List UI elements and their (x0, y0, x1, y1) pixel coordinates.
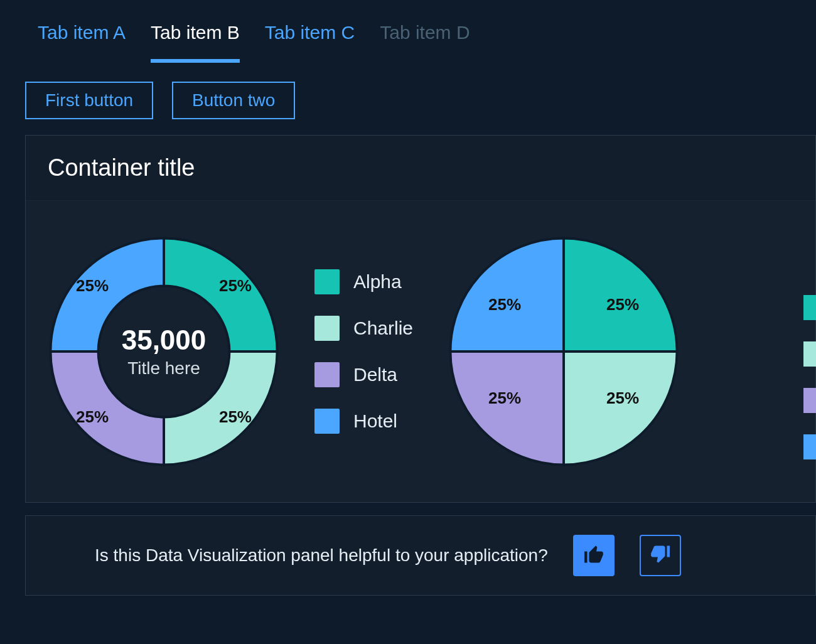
feedback-prompt: Is this Data Visualization panel helpful… (51, 545, 548, 566)
swatch-icon (314, 316, 340, 341)
donut-label-delta: 25% (76, 407, 109, 427)
legend-label: Hotel (353, 411, 397, 432)
tab-item-a[interactable]: Tab item A (38, 16, 126, 63)
legend-item-hotel[interactable]: Hotel (314, 409, 413, 434)
pie-label-alpha: 25% (606, 295, 639, 314)
swatch-icon (314, 362, 340, 387)
tab-item-d: Tab item D (380, 16, 470, 63)
swatch-icon (803, 388, 816, 413)
button-row: First button Button two (0, 63, 816, 135)
swatch-icon (803, 434, 816, 459)
thumbs-up-icon (582, 543, 605, 568)
tab-list: Tab item A Tab item B Tab item C Tab ite… (0, 0, 816, 63)
legend-item-charlie[interactable]: Charlie (314, 316, 413, 341)
thumbs-down-icon (649, 543, 672, 568)
thumbs-down-button[interactable] (640, 535, 681, 576)
donut-chart: 35,000 Title here 25% 25% 25% 25% (45, 232, 283, 471)
first-button[interactable]: First button (25, 82, 153, 119)
pie-label-delta: 25% (488, 389, 521, 408)
donut-label-hotel: 25% (76, 276, 109, 296)
swatch-icon (803, 341, 816, 367)
donut-label-alpha: 25% (219, 276, 252, 296)
container-title: Container title (26, 136, 815, 201)
donut-label-charlie: 25% (219, 407, 252, 427)
pie-chart: 25% 25% 25% 25% (444, 232, 683, 471)
swatch-icon (314, 269, 340, 294)
legend-label: Charlie (353, 318, 413, 339)
charts-row: 35,000 Title here 25% 25% 25% 25% Alpha … (26, 201, 815, 502)
legend-label: Alpha (353, 271, 402, 292)
chart-legend-2-partial (803, 295, 816, 459)
tab-item-c[interactable]: Tab item C (265, 16, 355, 63)
tab-item-b[interactable]: Tab item B (151, 16, 240, 63)
legend-item-alpha[interactable]: Alpha (314, 269, 413, 294)
legend-label: Delta (353, 364, 397, 385)
second-button[interactable]: Button two (172, 82, 295, 119)
thumbs-up-button[interactable] (573, 535, 615, 576)
container-panel: Container title 35,000 Title here 25% 25… (25, 135, 816, 503)
swatch-icon (314, 409, 340, 434)
pie-label-hotel: 25% (488, 295, 521, 314)
swatch-icon (803, 295, 816, 320)
chart-legend-1: Alpha Charlie Delta Hotel (314, 269, 413, 434)
pie-label-charlie: 25% (606, 389, 639, 408)
legend-item-delta[interactable]: Delta (314, 362, 413, 387)
feedback-panel: Is this Data Visualization panel helpful… (25, 515, 816, 596)
